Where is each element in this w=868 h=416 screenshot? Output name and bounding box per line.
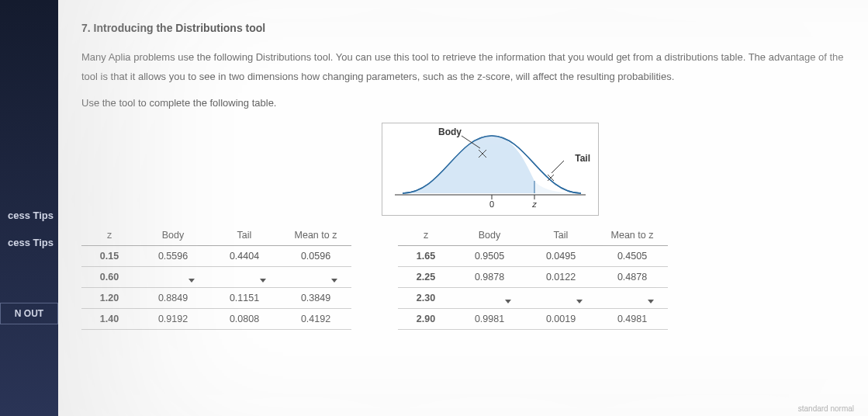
chevron-down-icon <box>188 279 195 283</box>
cell-z: 2.25 <box>398 267 454 288</box>
col-tail: Tail <box>525 225 597 246</box>
sidebar-item-tips-1[interactable]: cess Tips <box>0 202 58 229</box>
right-tbody: 1.650.95050.04950.45052.250.98780.01220.… <box>398 246 668 330</box>
cell-z: 1.40 <box>81 309 137 330</box>
cell-mean-to-z: 0.4981 <box>597 309 668 330</box>
cell-body: 0.5596 <box>137 246 209 267</box>
table-header-row: z Body Tail Mean to z <box>398 225 668 246</box>
data-tables: z Body Tail Mean to z 0.150.55960.44040.… <box>81 225 868 330</box>
left-tbody: 0.150.55960.44040.05960.601.200.88490.11… <box>81 246 351 330</box>
cell-z: 1.20 <box>81 288 137 309</box>
cell-tail: 0.0808 <box>209 309 280 330</box>
svg-text:z: z <box>531 199 537 209</box>
left-table: z Body Tail Mean to z 0.150.55960.44040.… <box>81 225 351 330</box>
chevron-down-icon <box>576 300 583 303</box>
cell-mean-to-z: 0.4192 <box>280 309 351 330</box>
cell-body-dropdown[interactable] <box>150 279 196 283</box>
footer-hint: standard normal <box>798 404 854 413</box>
sidebar: cess Tips cess Tips N OUT <box>0 0 58 416</box>
instruction-text: Use the tool to complete the following t… <box>81 97 868 109</box>
chevron-down-icon <box>331 279 337 283</box>
normal-curve-icon: 0 z <box>387 127 593 210</box>
table-row: 2.250.98780.01220.4878 <box>398 267 668 288</box>
col-mean-to-z: Mean to z <box>597 225 668 246</box>
cell-z: 2.90 <box>398 309 454 330</box>
cell-body[interactable] <box>454 288 525 309</box>
right-table: z Body Tail Mean to z 1.650.95050.04950.… <box>398 225 668 330</box>
cell-tail-dropdown[interactable] <box>538 300 584 303</box>
cell-mean-to-z: 0.0596 <box>280 246 351 267</box>
cell-mean-to-z: 0.3849 <box>280 288 351 309</box>
table-row: 2.900.99810.00190.4981 <box>398 309 668 330</box>
col-body: Body <box>454 225 525 246</box>
cell-tail: 0.0122 <box>525 267 597 288</box>
cell-tail[interactable] <box>209 267 280 288</box>
col-mean-to-z: Mean to z <box>280 225 351 246</box>
table-row: 2.30 <box>398 288 668 309</box>
cell-tail-dropdown[interactable] <box>221 279 268 283</box>
cell-tail: 0.0019 <box>525 309 597 330</box>
cell-body-dropdown[interactable] <box>466 300 513 303</box>
cell-tail: 0.1151 <box>209 288 280 309</box>
intro-paragraph: Many Aplia problems use the following Di… <box>81 48 857 86</box>
table-row: 0.60 <box>81 267 351 288</box>
sidebar-item-tips-2[interactable]: cess Tips <box>0 229 58 256</box>
tail-label: Tail <box>575 153 590 164</box>
cell-tail[interactable] <box>525 288 597 309</box>
table-row: 0.150.55960.44040.0596 <box>81 246 351 267</box>
cell-body: 0.9981 <box>454 309 525 330</box>
table-row: 1.650.95050.04950.4505 <box>398 246 668 267</box>
cell-mean-to-z[interactable] <box>597 288 668 309</box>
cell-mean-to-z[interactable] <box>280 267 351 288</box>
cell-mean-to-z-dropdown[interactable] <box>609 300 655 303</box>
col-z: z <box>398 225 454 246</box>
cell-body: 0.9505 <box>454 246 525 267</box>
cell-mean-to-z: 0.4878 <box>597 267 668 288</box>
cell-body: 0.8849 <box>137 288 209 309</box>
cell-mean-to-z: 0.4505 <box>597 246 668 267</box>
col-tail: Tail <box>209 225 280 246</box>
cell-mean-to-z-dropdown[interactable] <box>292 279 339 283</box>
col-z: z <box>81 225 137 246</box>
sign-out-button[interactable]: N OUT <box>0 303 58 324</box>
cell-body: 0.9192 <box>137 309 209 330</box>
table-row: 1.200.88490.11510.3849 <box>81 288 351 309</box>
cell-body[interactable] <box>137 267 209 288</box>
cell-tail: 0.4404 <box>209 246 280 267</box>
cell-z: 2.30 <box>398 288 454 309</box>
svg-line-11 <box>552 161 564 173</box>
svg-text:0: 0 <box>489 199 494 209</box>
cell-body: 0.9878 <box>454 267 525 288</box>
page-content: 7. Introducing the Distributions tool Ma… <box>58 0 868 416</box>
col-body: Body <box>137 225 209 246</box>
cell-z: 0.15 <box>81 246 137 267</box>
table-header-row: z Body Tail Mean to z <box>81 225 351 246</box>
distribution-figure: Body Tail 0 z <box>382 123 599 216</box>
chevron-down-icon <box>648 300 654 303</box>
section-heading: 7. Introducing the Distributions tool <box>81 22 868 34</box>
body-label: Body <box>438 127 462 137</box>
chevron-down-icon <box>505 300 511 303</box>
cell-z: 0.60 <box>81 267 137 288</box>
cell-tail: 0.0495 <box>525 246 597 267</box>
table-row: 1.400.91920.08080.4192 <box>81 309 351 330</box>
chevron-down-icon <box>260 279 266 283</box>
cell-z: 1.65 <box>398 246 454 267</box>
